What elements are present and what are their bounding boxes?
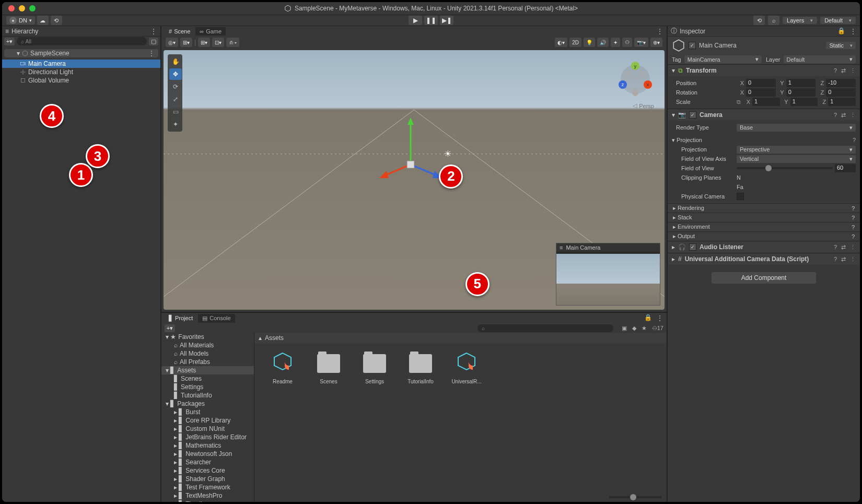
persp-label[interactable]: ◁ Persp [633,102,654,109]
fav-all-models[interactable]: ⌕ All Models [161,349,254,358]
help-icon[interactable]: ? [834,256,837,263]
fov-slider[interactable] [737,167,833,169]
pkg-services[interactable]: ▸ ▋ Services Core [161,466,254,475]
fav-all-prefabs[interactable]: ⌕ All Prefabs [161,358,254,366]
menu-icon[interactable]: ⋮ [850,112,856,119]
preset-icon[interactable]: ⇄ [841,112,846,119]
static-dropdown[interactable]: Static [826,42,856,49]
minimize-window-button[interactable] [19,5,25,11]
help-icon[interactable]: ? [834,67,837,74]
pkg-testframework[interactable]: ▸ ▋ Test Framework [161,483,254,491]
rotate-tool[interactable]: ⟳ [169,81,182,92]
scl-x-input[interactable]: 1 [752,98,780,106]
tab-game[interactable]: ∞Game [195,27,226,36]
cloud-button[interactable]: ☁ [37,16,49,25]
assets-tutorialinfo[interactable]: ▋ TutorialInfo [161,391,254,400]
2d-toggle[interactable]: 2D [569,38,581,47]
transform-tool[interactable]: ✦ [169,119,182,130]
version-control-button[interactable]: ⟲ [51,16,62,25]
rendering-foldout[interactable]: ▸ Rendering? [668,203,860,213]
pkg-custom[interactable]: ▸ ▋ Custom NUnit [161,425,254,433]
pkg-burst[interactable]: ▸ ▋ Burst [161,408,254,416]
audio-toggle[interactable]: 🔊 [597,38,609,47]
pkg-searcher[interactable]: ▸ ▋ Searcher [161,458,254,466]
physical-camera-checkbox[interactable] [737,193,744,200]
help-icon[interactable]: ? [853,137,856,143]
gizmos-button[interactable]: ⊕▾ [650,38,662,47]
filter-type-icon[interactable]: ▣ [622,325,627,332]
rot-y-input[interactable]: 0 [786,88,816,97]
asset-readme[interactable]: Readme [265,350,300,384]
undo-history-button[interactable]: ⟲ [753,16,765,25]
help-icon[interactable]: ? [852,224,855,230]
lock-icon[interactable]: 🔒 [837,27,845,36]
hierarchy-search-input[interactable]: ⌕ All [17,37,147,45]
pkg-newtonsoft[interactable]: ▸ ▋ Newtonsoft Json [161,450,254,458]
rot-x-input[interactable]: 0 [746,88,776,97]
pos-y-input[interactable]: 1 [786,79,816,87]
active-checkbox[interactable]: ✓ [689,42,696,49]
hidden-packages-icon[interactable]: ⦵17 [652,325,663,332]
hierarchy-item-directional-light[interactable]: Directional Light [2,68,160,76]
hierarchy-filter-button[interactable]: ▢ [149,38,158,45]
tab-console[interactable]: ▤Console [198,314,235,323]
help-icon[interactable]: ? [852,233,855,240]
layout-dropdown[interactable]: Default [820,17,856,24]
output-foldout[interactable]: ▸ Output? [668,231,860,241]
step-button[interactable]: ▶❚ [440,16,453,25]
search-button[interactable]: ⌕ [768,16,779,25]
audio-enabled-checkbox[interactable]: ✓ [689,243,696,251]
lock-icon[interactable]: 🔒 [644,314,652,322]
link-icon[interactable]: ⧉ [737,99,741,106]
scene-menu-button[interactable]: ⋮ [656,27,663,36]
tag-dropdown[interactable]: MainCamera▾ [684,55,762,63]
pkg-timeline[interactable]: ▸ ▋ Timeline [161,500,254,502]
hidden-toggle[interactable]: ⦵ [622,38,632,47]
preset-icon[interactable]: ⇄ [841,67,846,74]
draw-mode-button[interactable]: ◐▾ [555,38,567,47]
assets-settings[interactable]: ▋ Settings [161,383,254,391]
assets-scenes[interactable]: ▋ Scenes [161,374,254,383]
scene-view[interactable]: ☀ y x z ◁ Persp [164,50,665,310]
pkg-jetbrains[interactable]: ▸ ▋ JetBrains Rider Editor [161,433,254,441]
asset-universal[interactable]: UniversalR... [449,350,484,384]
pivot-button[interactable]: ⊞▾ [180,38,192,47]
help-icon[interactable]: ? [852,215,855,221]
layer-dropdown[interactable]: Default▾ [784,55,856,63]
assets-row[interactable]: ▾ ▋ Assets [161,366,254,374]
hierarchy-menu-button[interactable]: ⋮ [150,27,157,36]
tab-scene[interactable]: #Scene [165,27,194,36]
fov-input[interactable]: 60 [835,164,856,172]
projection-dropdown[interactable]: Perspective▾ [737,146,856,154]
stack-foldout[interactable]: ▸ Stack? [668,213,860,222]
play-button[interactable]: ▶ [409,16,422,25]
pkg-shadergraph[interactable]: ▸ ▋ Shader Graph [161,475,254,483]
maximize-window-button[interactable] [29,5,36,11]
scale-tool[interactable]: ⤢ [169,93,182,105]
grid-button[interactable]: ⊞▾ [198,38,210,47]
rect-tool[interactable]: ▭ [169,106,182,118]
hierarchy-item-main-camera[interactable]: Main Camera [2,60,160,68]
filter-label-icon[interactable]: ◆ [632,325,636,332]
lighting-toggle[interactable]: 💡 [584,38,595,47]
gameobject-name-input[interactable]: Main Camera [699,42,823,49]
hierarchy-create-button[interactable]: +▾ [4,38,15,45]
scene-menu-button[interactable]: ⋮ [148,49,155,57]
asset-scenes[interactable]: Scenes [311,350,346,384]
thumbnail-size-slider[interactable] [609,496,661,498]
help-icon[interactable]: ? [852,205,855,212]
camera-enabled-checkbox[interactable]: ✓ [689,111,696,119]
project-menu-button[interactable]: ⋮ [656,314,663,322]
inspector-menu-button[interactable]: ⋮ [849,27,857,36]
fx-toggle[interactable]: ✦ [611,38,620,47]
project-create-button[interactable]: +▾ [165,324,175,332]
fav-all-materials[interactable]: ⌕ All Materials [161,341,254,349]
hand-tool[interactable]: ✋ [169,56,182,67]
project-search-input[interactable]: ⌕ [477,324,613,332]
snap-button[interactable]: ⊡▾ [212,38,224,47]
pkg-math[interactable]: ▸ ▋ Mathematics [161,441,254,450]
increment-snap-button[interactable]: ⫙▾ [226,38,239,47]
packages-row[interactable]: ▾ ▋ Packages [161,400,254,408]
favorite-icon[interactable]: ★ [642,325,647,332]
pos-x-input[interactable]: 0 [746,79,776,87]
